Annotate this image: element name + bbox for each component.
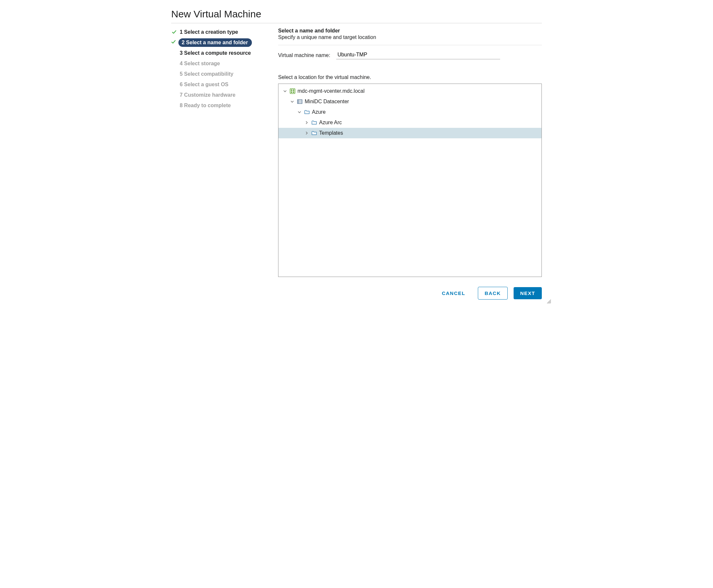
divider bbox=[171, 23, 542, 23]
next-button[interactable]: NEXT bbox=[514, 287, 542, 299]
tree-node-tmpl[interactable]: Templates bbox=[279, 128, 542, 138]
location-caption: Select a location for the virtual machin… bbox=[278, 75, 542, 80]
tree-node-az[interactable]: Azure bbox=[279, 107, 542, 117]
wizard-step-3: 3 Select a compute resource bbox=[171, 49, 269, 57]
step-label: 8 Ready to complete bbox=[180, 103, 231, 108]
vm-name-row: Virtual machine name: bbox=[278, 51, 542, 59]
tree-node-label: Azure Arc bbox=[319, 120, 342, 126]
wizard-step-8: 8 Ready to complete bbox=[171, 101, 269, 110]
chevron-right-icon[interactable] bbox=[304, 131, 309, 135]
step-label: 2 Select a name and folder bbox=[182, 40, 248, 46]
svg-rect-4 bbox=[293, 91, 294, 93]
chevron-down-icon[interactable] bbox=[290, 100, 295, 104]
tree-node-label: Azure bbox=[312, 109, 326, 115]
step-label: 5 Select compatibility bbox=[180, 71, 233, 77]
vcenter-icon bbox=[290, 88, 296, 94]
chevron-down-icon[interactable] bbox=[297, 110, 302, 114]
step-label: 6 Select a guest OS bbox=[180, 82, 229, 87]
wizard-steps: 1 Select a creation type2 Select a name … bbox=[171, 28, 269, 277]
tree-node-arc[interactable]: Azure Arc bbox=[279, 117, 542, 128]
section-subtitle: Specify a unique name and target locatio… bbox=[278, 35, 542, 40]
wizard-step-6: 6 Select a guest OS bbox=[171, 80, 269, 89]
tree-node-label: Templates bbox=[319, 130, 343, 136]
folder-icon bbox=[311, 120, 317, 126]
section-title: Select a name and folder bbox=[278, 28, 542, 34]
datacenter-icon bbox=[297, 99, 303, 105]
wizard-step-2[interactable]: 2 Select a name and folder bbox=[178, 38, 252, 47]
dialog-body: 1 Select a creation type2 Select a name … bbox=[171, 28, 542, 277]
location-tree[interactable]: mdc-mgmt-vcenter.mdc.localMiniDC Datacen… bbox=[278, 84, 542, 277]
tree-node-dc[interactable]: MiniDC Datacenter bbox=[279, 96, 542, 107]
resize-handle-icon[interactable] bbox=[547, 299, 551, 305]
svg-rect-0 bbox=[290, 89, 295, 94]
wizard-footer: CANCEL BACK NEXT bbox=[171, 287, 542, 299]
svg-rect-2 bbox=[293, 89, 294, 91]
step-label: 1 Select a creation type bbox=[180, 29, 238, 35]
wizard-step-1[interactable]: 1 Select a creation type bbox=[171, 28, 269, 36]
svg-rect-1 bbox=[291, 89, 292, 91]
step-label: 4 Select storage bbox=[180, 61, 220, 66]
wizard-content: Select a name and folder Specify a uniqu… bbox=[278, 28, 542, 277]
folder-icon bbox=[304, 109, 310, 115]
folder-icon bbox=[311, 130, 317, 136]
chevron-down-icon[interactable] bbox=[282, 89, 288, 93]
dialog-title: New Virtual Machine bbox=[171, 8, 542, 20]
check-icon bbox=[171, 30, 177, 35]
tree-node-root[interactable]: mdc-mgmt-vcenter.mdc.local bbox=[279, 86, 542, 96]
vm-name-input[interactable] bbox=[336, 51, 500, 59]
step-label: 7 Customize hardware bbox=[180, 92, 236, 98]
vm-name-label: Virtual machine name: bbox=[278, 52, 330, 58]
step-label: 3 Select a compute resource bbox=[180, 50, 251, 56]
svg-rect-3 bbox=[291, 91, 292, 93]
chevron-right-icon[interactable] bbox=[304, 121, 309, 125]
divider bbox=[278, 45, 542, 45]
wizard-step-5: 5 Select compatibility bbox=[171, 70, 269, 78]
tree-node-label: MiniDC Datacenter bbox=[305, 99, 349, 105]
wizard-step-7: 7 Customize hardware bbox=[171, 91, 269, 99]
cancel-button[interactable]: CANCEL bbox=[435, 287, 472, 299]
check-icon bbox=[171, 40, 176, 46]
back-button[interactable]: BACK bbox=[478, 287, 508, 299]
wizard-step-2-wrapper[interactable]: 2 Select a name and folder bbox=[171, 38, 269, 47]
tree-node-label: mdc-mgmt-vcenter.mdc.local bbox=[298, 88, 365, 94]
wizard-step-4: 4 Select storage bbox=[171, 59, 269, 68]
new-vm-wizard-dialog: New Virtual Machine 1 Select a creation … bbox=[161, 0, 552, 306]
